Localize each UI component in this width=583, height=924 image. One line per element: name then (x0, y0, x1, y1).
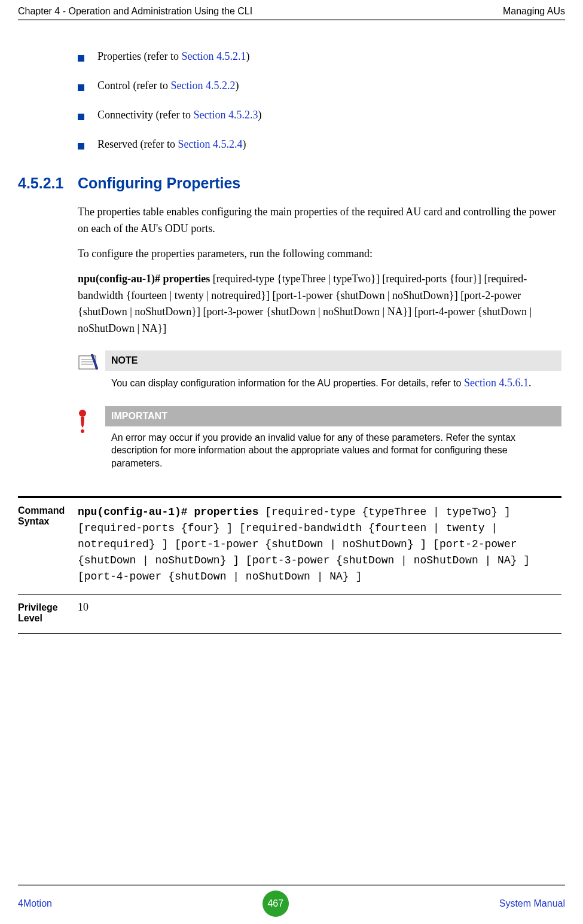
page-number-badge: 467 (262, 891, 289, 917)
section-link[interactable]: Section 4.5.2.1 (181, 50, 246, 62)
row-value: npu(config-au-1)# properties [required-t… (78, 504, 561, 585)
important-text: An error may occur if you provide an inv… (105, 426, 561, 472)
note-label: NOTE (105, 350, 561, 371)
row-label: Command Syntax (18, 504, 78, 585)
command-paragraph: npu(config-au-1)# properties [required-t… (78, 271, 561, 338)
footer-right[interactable]: System Manual (499, 898, 565, 909)
bullet-icon (78, 143, 84, 150)
table-row: Privilege Level 10 (18, 595, 561, 634)
note-callout: NOTE You can display configuration infor… (78, 350, 561, 392)
note-icon (78, 350, 105, 392)
important-label: IMPORTANT (105, 406, 561, 426)
row-value: 10 (78, 601, 561, 624)
page-header: Chapter 4 - Operation and Administration… (18, 6, 565, 20)
table-row: Command Syntax npu(config-au-1)# propert… (18, 498, 561, 595)
svg-point-5 (81, 429, 84, 433)
list-item: Reserved (refer to Section 4.5.2.4) (78, 138, 561, 151)
page-footer: 4Motion 467 System Manual (18, 885, 565, 917)
bullet-text: Connectivity (refer to Section 4.5.2.3) (97, 109, 261, 121)
important-icon (78, 406, 105, 472)
section-title: Configuring Properties (78, 175, 240, 192)
bullet-icon (78, 55, 84, 62)
note-text: You can display configuration informatio… (105, 371, 561, 392)
paragraph: The properties table enables configuring… (78, 204, 561, 237)
bullet-icon (78, 84, 84, 91)
section-link[interactable]: Section 4.5.2.2 (170, 80, 235, 92)
header-left: Chapter 4 - Operation and Administration… (18, 6, 252, 17)
section-link[interactable]: Section 4.5.6.1 (464, 377, 529, 389)
svg-point-4 (79, 410, 86, 417)
bullet-text: Reserved (refer to Section 4.5.2.4) (97, 138, 246, 151)
bullet-icon (78, 114, 84, 120)
section-number: 4.5.2.1 (18, 175, 78, 192)
bullet-text: Properties (refer to Section 4.5.2.1) (97, 50, 249, 63)
header-right: Managing AUs (503, 6, 565, 17)
section-heading: 4.5.2.1 Configuring Properties (18, 175, 561, 192)
list-item: Properties (refer to Section 4.5.2.1) (78, 50, 561, 63)
bullet-text: Control (refer to Section 4.5.2.2) (97, 80, 239, 92)
paragraph: To configure the properties parameters, … (78, 246, 561, 263)
footer-left[interactable]: 4Motion (18, 898, 52, 909)
command-bold: npu(config-au-1)# properties (78, 273, 213, 285)
row-label: Privilege Level (18, 601, 78, 624)
section-link[interactable]: Section 4.5.2.4 (178, 138, 242, 150)
list-item: Connectivity (refer to Section 4.5.2.3) (78, 109, 561, 121)
syntax-table: Command Syntax npu(config-au-1)# propert… (18, 496, 561, 634)
list-item: Control (refer to Section 4.5.2.2) (78, 80, 561, 92)
important-callout: IMPORTANT An error may occur if you prov… (78, 406, 561, 472)
section-link[interactable]: Section 4.5.2.3 (193, 109, 258, 121)
